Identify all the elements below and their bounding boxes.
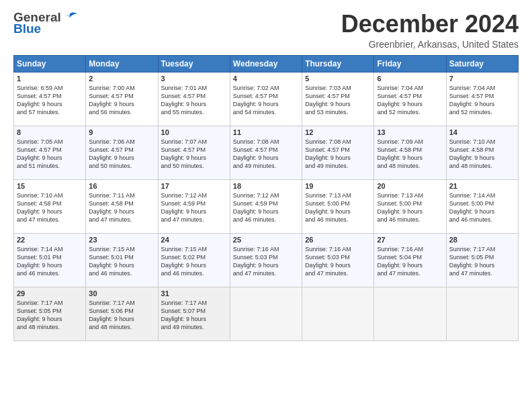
cell-content: Sunrise: 7:00 AMSunset: 4:57 PMDaylight:… xyxy=(89,84,154,117)
daylight-text-2: and 48 minutes. xyxy=(89,323,154,331)
daylight-text-1: Daylight: 9 hours xyxy=(449,208,515,216)
cell-content: Sunrise: 7:14 AMSunset: 5:01 PMDaylight:… xyxy=(17,245,83,278)
cell-content: Sunrise: 7:10 AMSunset: 4:58 PMDaylight:… xyxy=(17,191,83,224)
daylight-text-1: Daylight: 9 hours xyxy=(89,315,154,323)
cell-content: Sunrise: 7:16 AMSunset: 5:03 PMDaylight:… xyxy=(305,245,371,278)
sunrise-text: Sunrise: 7:16 AM xyxy=(377,245,443,253)
calendar-cell: 19Sunrise: 7:13 AMSunset: 5:00 PMDayligh… xyxy=(302,179,374,233)
cell-content: Sunrise: 7:15 AMSunset: 5:02 PMDaylight:… xyxy=(161,245,227,278)
cell-content: Sunrise: 7:01 AMSunset: 4:57 PMDaylight:… xyxy=(161,84,227,117)
sunset-text: Sunset: 5:07 PM xyxy=(161,307,227,315)
calendar-cell: 9Sunrise: 7:06 AMSunset: 4:57 PMDaylight… xyxy=(86,126,158,179)
sunrise-text: Sunrise: 7:05 AM xyxy=(17,138,83,146)
daylight-text-1: Daylight: 9 hours xyxy=(233,208,299,216)
daylight-text-1: Daylight: 9 hours xyxy=(305,261,371,269)
daylight-text-1: Daylight: 9 hours xyxy=(377,100,443,108)
calendar-table: SundayMondayTuesdayWednesdayThursdayFrid… xyxy=(13,55,519,341)
logo-bird-icon xyxy=(64,12,77,21)
sunset-text: Sunset: 4:57 PM xyxy=(377,92,443,100)
calendar-cell: 14Sunrise: 7:10 AMSunset: 4:58 PMDayligh… xyxy=(446,126,518,179)
daylight-text-1: Daylight: 9 hours xyxy=(449,100,515,108)
day-number: 26 xyxy=(305,236,371,244)
daylight-text-1: Daylight: 9 hours xyxy=(449,154,515,162)
daylight-text-1: Daylight: 9 hours xyxy=(17,315,83,323)
weekday-header-sunday: Sunday xyxy=(14,55,86,72)
calendar-cell: 20Sunrise: 7:13 AMSunset: 5:00 PMDayligh… xyxy=(374,179,446,233)
daylight-text-2: and 46 minutes. xyxy=(305,216,371,224)
calendar-cell: 29Sunrise: 7:17 AMSunset: 5:05 PMDayligh… xyxy=(14,287,86,340)
day-number: 27 xyxy=(377,236,443,244)
daylight-text-2: and 56 minutes. xyxy=(89,108,154,116)
logo: General Blue xyxy=(13,11,77,35)
sunrise-text: Sunrise: 7:17 AM xyxy=(89,299,154,307)
daylight-text-2: and 47 minutes. xyxy=(89,216,154,224)
calendar-cell: 8Sunrise: 7:05 AMSunset: 4:57 PMDaylight… xyxy=(14,126,86,179)
sunrise-text: Sunrise: 7:04 AM xyxy=(449,84,515,92)
sunrise-text: Sunrise: 7:06 AM xyxy=(89,138,154,146)
sunrise-text: Sunrise: 7:16 AM xyxy=(233,245,299,253)
sunrise-text: Sunrise: 7:12 AM xyxy=(161,191,227,199)
daylight-text-2: and 47 minutes. xyxy=(305,269,371,277)
cell-content: Sunrise: 7:17 AMSunset: 5:06 PMDaylight:… xyxy=(89,299,154,332)
logo-blue-text: Blue xyxy=(13,22,41,35)
calendar-cell: 16Sunrise: 7:11 AMSunset: 4:58 PMDayligh… xyxy=(86,179,158,233)
location: Greenbrier, Arkansas, United States xyxy=(341,39,519,50)
calendar-cell: 4Sunrise: 7:02 AMSunset: 4:57 PMDaylight… xyxy=(230,72,302,126)
daylight-text-2: and 52 minutes. xyxy=(377,108,443,116)
sunrise-text: Sunrise: 7:10 AM xyxy=(17,191,83,199)
sunset-text: Sunset: 4:58 PM xyxy=(89,199,154,208)
cell-content: Sunrise: 7:16 AMSunset: 5:03 PMDaylight:… xyxy=(233,245,299,278)
weekday-header-tuesday: Tuesday xyxy=(158,55,230,72)
month-title: December 2024 xyxy=(341,11,519,38)
sunrise-text: Sunrise: 7:01 AM xyxy=(161,84,227,92)
weekday-header-friday: Friday xyxy=(374,55,446,72)
daylight-text-2: and 48 minutes. xyxy=(17,323,83,331)
day-number: 25 xyxy=(233,236,299,244)
weekday-header-thursday: Thursday xyxy=(302,55,374,72)
calendar-cell: 13Sunrise: 7:09 AMSunset: 4:58 PMDayligh… xyxy=(374,126,446,179)
sunset-text: Sunset: 4:57 PM xyxy=(161,146,227,154)
cell-content: Sunrise: 7:04 AMSunset: 4:57 PMDaylight:… xyxy=(449,84,515,117)
day-number: 1 xyxy=(17,75,83,83)
week-row-2: 8Sunrise: 7:05 AMSunset: 4:57 PMDaylight… xyxy=(14,126,519,179)
sunrise-text: Sunrise: 7:16 AM xyxy=(305,245,371,253)
daylight-text-1: Daylight: 9 hours xyxy=(161,100,227,108)
day-number: 13 xyxy=(377,128,443,136)
calendar-cell: 7Sunrise: 7:04 AMSunset: 4:57 PMDaylight… xyxy=(446,72,518,126)
daylight-text-2: and 49 minutes. xyxy=(233,162,299,170)
daylight-text-2: and 51 minutes. xyxy=(17,162,83,170)
sunrise-text: Sunrise: 7:11 AM xyxy=(89,191,154,199)
sunset-text: Sunset: 4:57 PM xyxy=(233,92,299,100)
sunrise-text: Sunrise: 6:59 AM xyxy=(17,84,83,92)
daylight-text-2: and 47 minutes. xyxy=(377,269,443,277)
cell-content: Sunrise: 7:13 AMSunset: 5:00 PMDaylight:… xyxy=(305,191,371,224)
daylight-text-1: Daylight: 9 hours xyxy=(377,208,443,216)
daylight-text-2: and 47 minutes. xyxy=(17,216,83,224)
daylight-text-2: and 57 minutes. xyxy=(17,108,83,116)
calendar-cell: 28Sunrise: 7:17 AMSunset: 5:05 PMDayligh… xyxy=(446,233,518,287)
sunrise-text: Sunrise: 7:10 AM xyxy=(449,138,515,146)
daylight-text-2: and 50 minutes. xyxy=(161,162,227,170)
daylight-text-1: Daylight: 9 hours xyxy=(17,208,83,216)
daylight-text-1: Daylight: 9 hours xyxy=(161,154,227,162)
daylight-text-2: and 49 minutes. xyxy=(305,162,371,170)
calendar-cell: 21Sunrise: 7:14 AMSunset: 5:00 PMDayligh… xyxy=(446,179,518,233)
calendar-cell: 27Sunrise: 7:16 AMSunset: 5:04 PMDayligh… xyxy=(374,233,446,287)
day-number: 28 xyxy=(449,236,515,244)
cell-content: Sunrise: 7:12 AMSunset: 4:59 PMDaylight:… xyxy=(161,191,227,224)
daylight-text-2: and 48 minutes. xyxy=(449,162,515,170)
day-number: 14 xyxy=(449,128,515,136)
daylight-text-1: Daylight: 9 hours xyxy=(449,261,515,269)
cell-content: Sunrise: 7:07 AMSunset: 4:57 PMDaylight:… xyxy=(161,138,227,171)
daylight-text-1: Daylight: 9 hours xyxy=(233,261,299,269)
sunrise-text: Sunrise: 7:17 AM xyxy=(17,299,83,307)
cell-content: Sunrise: 6:59 AMSunset: 4:57 PMDaylight:… xyxy=(17,84,83,117)
daylight-text-1: Daylight: 9 hours xyxy=(161,315,227,323)
calendar-cell: 24Sunrise: 7:15 AMSunset: 5:02 PMDayligh… xyxy=(158,233,230,287)
cell-content: Sunrise: 7:17 AMSunset: 5:05 PMDaylight:… xyxy=(17,299,83,332)
sunset-text: Sunset: 4:58 PM xyxy=(17,199,83,208)
calendar-cell: 15Sunrise: 7:10 AMSunset: 4:58 PMDayligh… xyxy=(14,179,86,233)
sunset-text: Sunset: 5:01 PM xyxy=(89,253,154,261)
cell-content: Sunrise: 7:10 AMSunset: 4:58 PMDaylight:… xyxy=(449,138,515,171)
daylight-text-1: Daylight: 9 hours xyxy=(17,154,83,162)
